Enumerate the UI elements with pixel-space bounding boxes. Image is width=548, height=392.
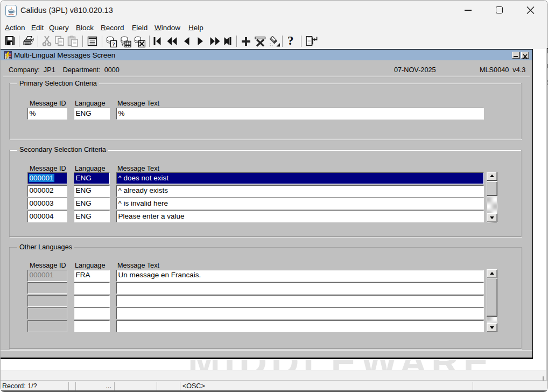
svg-text:?: ? bbox=[112, 41, 115, 47]
